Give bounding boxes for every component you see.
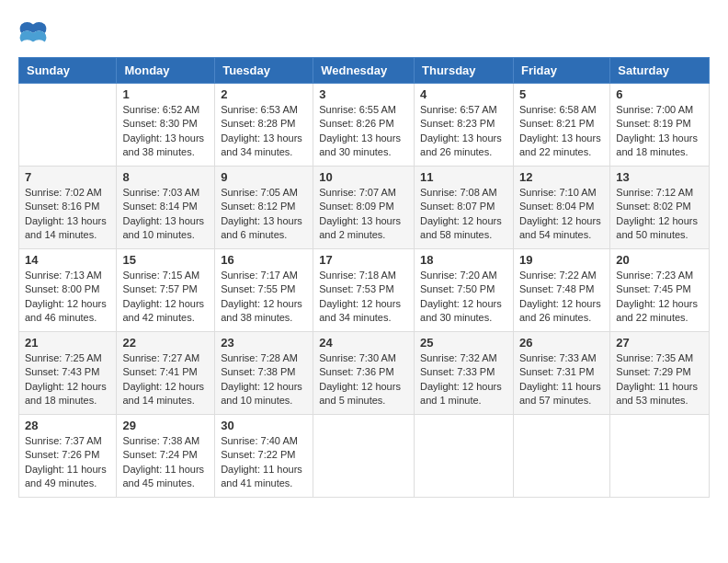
- sunset-text: Sunset: 7:26 PM: [25, 448, 110, 462]
- calendar-cell: 15Sunrise: 7:15 AMSunset: 7:57 PMDayligh…: [117, 249, 215, 332]
- calendar-cell: 20Sunrise: 7:23 AMSunset: 7:45 PMDayligh…: [610, 249, 710, 332]
- sunset-text: Sunset: 8:00 PM: [25, 282, 110, 296]
- sunrise-text: Sunrise: 7:10 AM: [519, 186, 604, 200]
- daylight-text: Daylight: 13 hours and 30 minutes.: [319, 132, 408, 160]
- day-number: 16: [221, 253, 307, 267]
- sunset-text: Sunset: 7:33 PM: [420, 365, 507, 379]
- day-info: Sunrise: 7:38 AMSunset: 7:24 PMDaylight:…: [122, 434, 209, 491]
- sunrise-text: Sunrise: 7:25 AM: [25, 351, 110, 365]
- day-info: Sunrise: 7:08 AMSunset: 8:07 PMDaylight:…: [420, 186, 507, 243]
- day-number: 17: [319, 253, 408, 267]
- daylight-text: Daylight: 13 hours and 38 minutes.: [122, 132, 209, 160]
- calendar-cell: 13Sunrise: 7:12 AMSunset: 8:02 PMDayligh…: [610, 167, 710, 249]
- daylight-text: Daylight: 11 hours and 41 minutes.: [221, 463, 307, 491]
- weekday-header: Thursday: [415, 58, 514, 84]
- day-info: Sunrise: 7:20 AMSunset: 7:50 PMDaylight:…: [420, 269, 507, 326]
- day-number: 26: [519, 336, 604, 350]
- sunset-text: Sunset: 7:55 PM: [221, 282, 307, 296]
- daylight-text: Daylight: 13 hours and 18 minutes.: [616, 132, 703, 160]
- day-info: Sunrise: 7:25 AMSunset: 7:43 PMDaylight:…: [25, 351, 110, 408]
- weekday-header-row: SundayMondayTuesdayWednesdayThursdayFrid…: [19, 58, 710, 84]
- sunset-text: Sunset: 8:02 PM: [616, 200, 703, 213]
- calendar-cell: 23Sunrise: 7:28 AMSunset: 7:38 PMDayligh…: [215, 332, 313, 415]
- daylight-text: Daylight: 12 hours and 46 minutes.: [25, 297, 110, 326]
- daylight-text: Daylight: 12 hours and 10 minutes.: [221, 380, 307, 408]
- day-info: Sunrise: 7:37 AMSunset: 7:26 PMDaylight:…: [25, 434, 110, 491]
- daylight-text: Daylight: 12 hours and 1 minute.: [420, 380, 507, 408]
- day-number: 12: [519, 170, 604, 184]
- daylight-text: Daylight: 12 hours and 42 minutes.: [122, 297, 209, 326]
- day-info: Sunrise: 7:27 AMSunset: 7:41 PMDaylight:…: [122, 351, 209, 408]
- calendar-cell: 19Sunrise: 7:22 AMSunset: 7:48 PMDayligh…: [513, 249, 609, 332]
- calendar-cell: 18Sunrise: 7:20 AMSunset: 7:50 PMDayligh…: [415, 249, 514, 332]
- day-info: Sunrise: 7:13 AMSunset: 8:00 PMDaylight:…: [25, 269, 110, 326]
- day-info: Sunrise: 7:02 AMSunset: 8:16 PMDaylight:…: [25, 186, 110, 243]
- sunrise-text: Sunrise: 7:12 AM: [616, 186, 703, 200]
- calendar-cell: 11Sunrise: 7:08 AMSunset: 8:07 PMDayligh…: [415, 167, 514, 249]
- calendar-cell: 6Sunrise: 7:00 AMSunset: 8:19 PMDaylight…: [610, 84, 710, 167]
- sunrise-text: Sunrise: 6:57 AM: [420, 103, 507, 117]
- sunrise-text: Sunrise: 6:53 AM: [221, 103, 307, 117]
- daylight-text: Daylight: 12 hours and 50 minutes.: [616, 214, 703, 243]
- day-info: Sunrise: 7:35 AMSunset: 7:29 PMDaylight:…: [616, 351, 703, 408]
- sunset-text: Sunset: 7:50 PM: [420, 282, 507, 296]
- day-info: Sunrise: 7:18 AMSunset: 7:53 PMDaylight:…: [319, 269, 408, 326]
- calendar-cell: [513, 415, 609, 498]
- day-number: 8: [122, 170, 209, 184]
- sunrise-text: Sunrise: 7:00 AM: [616, 103, 703, 117]
- day-number: 25: [420, 336, 507, 350]
- calendar-cell: 3Sunrise: 6:55 AMSunset: 8:26 PMDaylight…: [313, 84, 415, 167]
- sunset-text: Sunset: 8:23 PM: [420, 117, 507, 131]
- sunrise-text: Sunrise: 7:38 AM: [122, 434, 209, 448]
- day-number: 24: [319, 336, 408, 350]
- sunset-text: Sunset: 8:07 PM: [420, 200, 507, 213]
- daylight-text: Daylight: 12 hours and 18 minutes.: [25, 380, 110, 408]
- day-number: 14: [25, 253, 110, 267]
- day-info: Sunrise: 6:57 AMSunset: 8:23 PMDaylight:…: [420, 103, 507, 160]
- sunrise-text: Sunrise: 7:05 AM: [221, 186, 307, 200]
- day-info: Sunrise: 7:03 AMSunset: 8:14 PMDaylight:…: [122, 186, 209, 243]
- sunset-text: Sunset: 8:30 PM: [122, 117, 209, 131]
- daylight-text: Daylight: 13 hours and 6 minutes.: [221, 214, 307, 243]
- calendar-cell: 27Sunrise: 7:35 AMSunset: 7:29 PMDayligh…: [610, 332, 710, 415]
- sunset-text: Sunset: 7:38 PM: [221, 365, 307, 379]
- daylight-text: Daylight: 11 hours and 57 minutes.: [519, 380, 604, 408]
- day-number: 19: [519, 253, 604, 267]
- day-info: Sunrise: 6:58 AMSunset: 8:21 PMDaylight:…: [519, 103, 604, 160]
- day-number: 11: [420, 170, 507, 184]
- page-header: [18, 18, 710, 48]
- day-info: Sunrise: 7:10 AMSunset: 8:04 PMDaylight:…: [519, 186, 604, 243]
- daylight-text: Daylight: 12 hours and 26 minutes.: [519, 297, 604, 326]
- sunrise-text: Sunrise: 7:33 AM: [519, 351, 604, 365]
- daylight-text: Daylight: 13 hours and 14 minutes.: [25, 214, 110, 243]
- sunset-text: Sunset: 7:57 PM: [122, 282, 209, 296]
- calendar-cell: [19, 84, 117, 167]
- day-number: 5: [519, 87, 604, 101]
- sunset-text: Sunset: 8:26 PM: [319, 117, 408, 131]
- sunset-text: Sunset: 8:04 PM: [519, 200, 604, 213]
- day-info: Sunrise: 7:17 AMSunset: 7:55 PMDaylight:…: [221, 269, 307, 326]
- daylight-text: Daylight: 12 hours and 58 minutes.: [420, 214, 507, 243]
- sunrise-text: Sunrise: 7:13 AM: [25, 269, 110, 282]
- logo-icon: [18, 18, 48, 48]
- day-info: Sunrise: 7:32 AMSunset: 7:33 PMDaylight:…: [420, 351, 507, 408]
- sunrise-text: Sunrise: 7:23 AM: [616, 269, 703, 282]
- sunrise-text: Sunrise: 7:20 AM: [420, 269, 507, 282]
- calendar-cell: 4Sunrise: 6:57 AMSunset: 8:23 PMDaylight…: [415, 84, 514, 167]
- sunrise-text: Sunrise: 7:28 AM: [221, 351, 307, 365]
- day-number: 9: [221, 170, 307, 184]
- daylight-text: Daylight: 13 hours and 10 minutes.: [122, 214, 209, 243]
- weekday-header: Tuesday: [215, 58, 313, 84]
- weekday-header: Friday: [513, 58, 609, 84]
- sunrise-text: Sunrise: 6:58 AM: [519, 103, 604, 117]
- sunrise-text: Sunrise: 7:32 AM: [420, 351, 507, 365]
- daylight-text: Daylight: 11 hours and 45 minutes.: [122, 463, 209, 491]
- sunset-text: Sunset: 7:36 PM: [319, 365, 408, 379]
- sunrise-text: Sunrise: 7:18 AM: [319, 269, 408, 282]
- sunset-text: Sunset: 8:21 PM: [519, 117, 604, 131]
- sunset-text: Sunset: 8:09 PM: [319, 200, 408, 213]
- calendar-week-row: 28Sunrise: 7:37 AMSunset: 7:26 PMDayligh…: [19, 415, 710, 498]
- sunrise-text: Sunrise: 7:35 AM: [616, 351, 703, 365]
- sunset-text: Sunset: 7:31 PM: [519, 365, 604, 379]
- day-info: Sunrise: 7:30 AMSunset: 7:36 PMDaylight:…: [319, 351, 408, 408]
